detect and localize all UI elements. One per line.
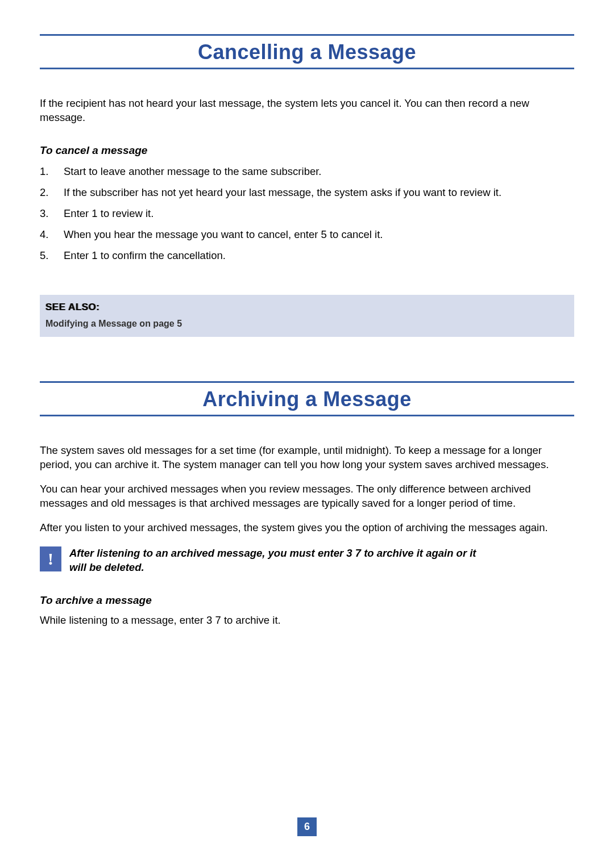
- page-number: 6: [297, 817, 317, 836]
- archive-paragraph-3: After you listen to your archived messag…: [40, 521, 574, 535]
- step-text: Enter 1 to review it.: [64, 207, 154, 221]
- archive-paragraph-4: While listening to a message, enter 3 7 …: [40, 614, 574, 628]
- step-number: 2.: [40, 186, 64, 200]
- alert-text: After listening to an archived message, …: [69, 546, 490, 575]
- step-text: If the subscriber has not yet heard your…: [64, 186, 501, 200]
- section-title-cancelling: Cancelling a Message: [40, 40, 574, 64]
- step-number: 4.: [40, 228, 64, 242]
- list-item: 4.When you hear the message you want to …: [40, 228, 574, 242]
- step-number: 3.: [40, 207, 64, 221]
- step-text: When you hear the message you want to ca…: [64, 228, 383, 242]
- alert-row: ! After listening to an archived message…: [40, 546, 574, 575]
- archive-paragraph-1: The system saves old messages for a set …: [40, 444, 574, 472]
- page-number-container: 6: [0, 817, 614, 836]
- steps-list-cancel: 1.Start to leave another message to the …: [40, 165, 574, 263]
- intro-paragraph-1: If the recipient has not heard your last…: [40, 97, 574, 125]
- subheading-cancel: To cancel a message: [40, 144, 574, 157]
- see-also-title: SEE ALSO:: [45, 302, 569, 313]
- list-item: 1.Start to leave another message to the …: [40, 165, 574, 179]
- list-item: 5.Enter 1 to confirm the cancellation.: [40, 249, 574, 263]
- step-text: Start to leave another message to the sa…: [64, 165, 322, 179]
- archive-paragraph-2: You can hear your archived messages when…: [40, 482, 574, 511]
- list-item: 3.Enter 1 to review it.: [40, 207, 574, 221]
- step-number: 1.: [40, 165, 64, 179]
- section-title-container: Cancelling a Message: [40, 34, 574, 69]
- step-number: 5.: [40, 249, 64, 263]
- list-item: 2.If the subscriber has not yet heard yo…: [40, 186, 574, 200]
- step-text: Enter 1 to confirm the cancellation.: [64, 249, 226, 263]
- see-also-box: SEE ALSO: Modifying a Message on page 5: [40, 295, 574, 337]
- section-title-archiving: Archiving a Message: [40, 387, 574, 411]
- see-also-item: Modifying a Message on page 5: [45, 319, 569, 329]
- subheading-archive: To archive a message: [40, 594, 574, 607]
- section-title-container: Archiving a Message: [40, 381, 574, 416]
- alert-icon: !: [40, 546, 61, 571]
